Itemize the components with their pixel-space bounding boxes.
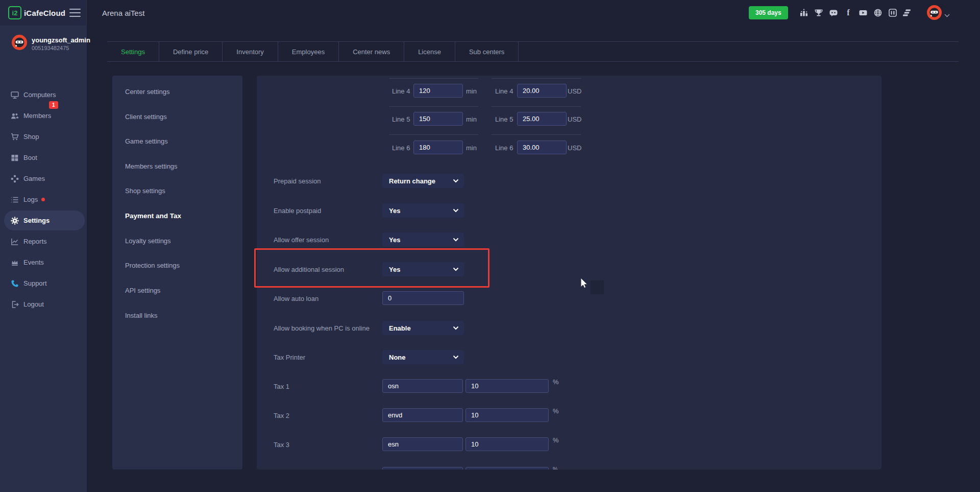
youtube-icon[interactable] (859, 8, 868, 17)
profile-user-id: 005193482475 (32, 45, 69, 51)
layers-icon[interactable] (903, 8, 912, 17)
row-divider (492, 78, 581, 79)
line6-minutes-input[interactable] (413, 140, 463, 154)
sidebar-item-reports[interactable]: Reports (0, 231, 87, 252)
logo-text[interactable]: iCafeCloud (24, 0, 65, 26)
tax3-unit: % (553, 436, 559, 444)
allow-offer-session-select[interactable]: Yes (382, 232, 464, 247)
tax1-unit: % (553, 378, 559, 386)
tab-settings[interactable]: Settings (107, 42, 159, 61)
profile-username: youngzsoft_admin (32, 36, 90, 44)
icafecloud-logo-icon[interactable]: i2 (8, 6, 21, 19)
icafecloud-app: i2 iCafeCloud Arena aiTest 305 days (0, 0, 980, 492)
sidebar-item-computers[interactable]: Computers (0, 84, 87, 105)
line5-price-unit: USD (568, 115, 581, 123)
sidebar-item-logs[interactable]: Logs (0, 189, 87, 210)
tab-employees[interactable]: Employees (278, 42, 339, 61)
tax2-label: Tax 2 (274, 412, 289, 419)
members-count-badge: 1 (49, 101, 58, 109)
mouse-cursor (580, 277, 589, 291)
icafecloud-icon[interactable] (888, 8, 897, 17)
trophy-icon[interactable] (814, 8, 823, 17)
tab-center-news[interactable]: Center news (339, 42, 404, 61)
allow-offer-session-label: Allow offer session (274, 236, 329, 244)
line4-price-input[interactable] (517, 84, 567, 98)
cursor-shadow (591, 280, 604, 294)
line4-minutes-label: Line 4 (392, 87, 410, 95)
chevron-down-icon (453, 179, 459, 183)
allow-booking-select[interactable]: Enable (382, 321, 464, 335)
globe-icon[interactable] (873, 8, 883, 17)
tax-printer-select[interactable]: None (382, 350, 464, 364)
line4-price-unit: USD (568, 87, 581, 95)
sidebar-item-logout[interactable]: Logout (0, 294, 87, 315)
sidebar-item-settings[interactable]: Settings (0, 210, 87, 231)
line6-price-input[interactable] (517, 140, 567, 154)
chevron-down-icon (453, 267, 459, 271)
tab-inventory[interactable]: Inventory (223, 42, 278, 61)
tax1-name-input[interactable] (382, 379, 463, 393)
nav-item-members-settings[interactable]: Members settings (125, 162, 178, 170)
sidebar-item-boot[interactable]: Boot (0, 147, 87, 168)
top-bar: i2 iCafeCloud Arena aiTest 305 days (0, 0, 980, 26)
row-divider (389, 134, 478, 135)
main-sidebar: youngzsoft_admin 005193482475 Computers … (0, 26, 87, 492)
tax2-unit: % (553, 407, 559, 415)
payment-tax-form-panel: Line 4 min Line 4 USD Line 5 min Line 5 … (257, 76, 881, 470)
tax1-rate-input[interactable] (465, 379, 549, 393)
allow-additional-session-select[interactable]: Yes (382, 262, 464, 276)
line5-price-input[interactable] (517, 112, 567, 126)
sidebar-item-games[interactable]: Games (0, 168, 87, 189)
tax4-rate-input[interactable] (465, 467, 549, 470)
nav-item-payment-and-tax[interactable]: Payment and Tax (125, 212, 181, 220)
sidebar-item-support[interactable]: Support (0, 273, 87, 294)
allow-auto-loan-input[interactable] (382, 291, 464, 305)
tax3-rate-input[interactable] (465, 437, 549, 451)
line6-minutes-label: Line 6 (392, 144, 410, 152)
facebook-icon[interactable]: f (844, 8, 853, 17)
nav-item-client-settings[interactable]: Client settings (125, 113, 167, 121)
line4-price-label: Line 4 (495, 87, 513, 95)
tab-license[interactable]: License (404, 42, 455, 61)
line4-minutes-unit: min (466, 87, 477, 95)
sidebar-item-shop[interactable]: Shop (0, 126, 87, 147)
line4-minutes-input[interactable] (413, 84, 463, 98)
enable-postpaid-select[interactable]: Yes (382, 203, 464, 218)
row-divider (389, 78, 478, 79)
prepaid-session-label: Prepaid session (274, 177, 321, 185)
tax2-rate-input[interactable] (465, 408, 549, 422)
sidebar-item-events[interactable]: Events (0, 252, 87, 273)
discord-icon[interactable] (829, 8, 838, 17)
nav-item-game-settings[interactable]: Game settings (125, 137, 168, 145)
nav-item-protection-settings[interactable]: Protection settings (125, 262, 180, 269)
tab-define-price[interactable]: Define price (159, 42, 223, 61)
nav-item-api-settings[interactable]: API settings (125, 287, 160, 294)
allow-auto-loan-label: Allow auto loan (274, 295, 318, 302)
nav-item-install-links[interactable]: Install links (125, 312, 158, 319)
line6-price-unit: USD (568, 144, 581, 152)
chevron-down-icon[interactable] (944, 10, 950, 19)
profile-avatar[interactable] (12, 35, 27, 50)
tax4-unit: % (553, 466, 558, 470)
tax1-label: Tax 1 (274, 383, 289, 390)
license-days-badge[interactable]: 305 days (749, 6, 788, 19)
nav-item-loyalty-settings[interactable]: Loyalty settings (125, 237, 171, 245)
tab-sub-centers[interactable]: Sub centers (455, 42, 519, 61)
tax3-name-input[interactable] (382, 437, 463, 451)
menu-icon[interactable] (69, 9, 81, 17)
tax2-name-input[interactable] (382, 408, 463, 422)
tax4-name-input[interactable] (382, 467, 463, 470)
tax-printer-label: Tax Printer (274, 354, 305, 361)
chevron-down-icon (453, 326, 459, 330)
settings-nav-panel: Center settings Client settings Game set… (112, 76, 242, 470)
user-avatar[interactable] (927, 5, 942, 20)
nav-item-shop-settings[interactable]: Shop settings (125, 187, 165, 195)
prepaid-session-select[interactable]: Return change (382, 174, 464, 188)
sidebar-item-members[interactable]: Members 1 (0, 105, 87, 126)
chevron-down-icon (453, 355, 459, 359)
nav-item-center-settings[interactable]: Center settings (125, 88, 169, 96)
leaderboard-icon[interactable] (799, 8, 808, 17)
line5-minutes-input[interactable] (413, 112, 463, 126)
line5-minutes-label: Line 5 (392, 115, 410, 123)
logs-notification-dot (41, 198, 45, 201)
